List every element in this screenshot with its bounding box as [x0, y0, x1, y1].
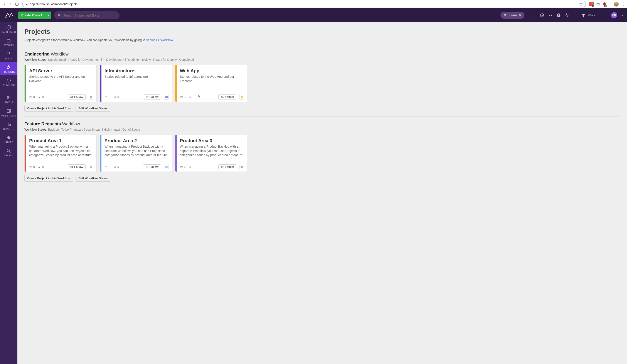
- create-dropdown-caret[interactable]: ▾: [45, 11, 51, 19]
- sidebar-item-labels[interactable]: LABELS: [0, 132, 17, 146]
- eye-icon: [145, 96, 149, 99]
- svg-point-18: [71, 166, 72, 167]
- card-footer: 00Follow: [104, 164, 169, 169]
- project-description: When managing a Product Backlog with a s…: [180, 145, 244, 162]
- user-menu-caret[interactable]: ▾: [622, 13, 623, 17]
- svg-point-6: [8, 66, 9, 67]
- doc-icon: [180, 165, 183, 168]
- extension-icons: ⋯1 48: [589, 2, 625, 6]
- sidebar-item-reports[interactable]: REPORTS: [0, 119, 17, 132]
- project-title: Infrastructure: [104, 68, 169, 73]
- sidebar-item-iterations[interactable]: ITERATIONS: [0, 75, 17, 89]
- follow-button[interactable]: Follow: [68, 95, 86, 100]
- color-chip[interactable]: [89, 165, 93, 169]
- project-title: API Server: [29, 68, 93, 73]
- svg-rect-19: [105, 166, 107, 168]
- color-chip[interactable]: [164, 165, 169, 169]
- help-icon[interactable]: ?: [556, 13, 561, 17]
- star-icon[interactable]: [579, 2, 583, 6]
- create-project-workflow-button[interactable]: Create Project in this Workflow: [24, 105, 73, 112]
- card-stripe: [25, 135, 26, 172]
- page-title: Projects: [24, 28, 620, 35]
- project-card[interactable]: InfrastructureStories related to Infrast…: [100, 65, 172, 102]
- create-project-button[interactable]: Create Project ▾: [18, 11, 51, 19]
- points-count: 0: [113, 95, 119, 99]
- project-title: Web App: [180, 68, 244, 73]
- svg-point-7: [7, 96, 9, 98]
- svg-point-11: [71, 97, 72, 98]
- megaphone-icon[interactable]: [548, 13, 553, 17]
- follow-button[interactable]: Follow: [143, 164, 161, 169]
- svg-point-20: [147, 166, 147, 167]
- search-box[interactable]: [54, 11, 119, 19]
- flag-icon: [6, 51, 11, 57]
- main-content: Projects Projects categorize Stories wit…: [17, 22, 627, 364]
- project-description: When managing a Product Backlog with a s…: [29, 145, 93, 162]
- card-stripe: [100, 135, 102, 172]
- project-card[interactable]: Web AppStories related to the Web App an…: [175, 65, 247, 102]
- project-card[interactable]: API ServerStories related to the API Ser…: [24, 65, 97, 102]
- signal-icon: [189, 165, 192, 168]
- doc-icon: [104, 165, 107, 168]
- doc-icon: [29, 165, 32, 168]
- project-card[interactable]: Product Area 3When managing a Product Ba…: [175, 135, 247, 172]
- color-chip[interactable]: [239, 165, 244, 169]
- back-button[interactable]: [2, 1, 8, 7]
- signal-icon: [113, 96, 116, 99]
- edit-workflow-states-button[interactable]: Edit Workflow States: [76, 105, 110, 112]
- app-logo[interactable]: [4, 12, 15, 18]
- user-avatar[interactable]: EH: [611, 12, 617, 18]
- history-icon[interactable]: [540, 13, 544, 17]
- header-icons: ?: [540, 13, 569, 17]
- sidebar-item-search[interactable]: SEARCH: [0, 146, 17, 159]
- sidebar-item-status[interactable]: STATUS: [0, 93, 17, 106]
- settings-workflow-link[interactable]: Settings > Workflow: [146, 38, 173, 42]
- sidebar-item-epics[interactable]: EPICS: [0, 49, 17, 62]
- workflow-section: Engineering WorkflowWorkflow States: Uns…: [24, 52, 620, 112]
- eye-icon: [145, 165, 149, 168]
- follow-button[interactable]: Follow: [218, 95, 236, 100]
- project-description: Stories related to the Web App and our F…: [180, 75, 244, 92]
- doc-icon: [180, 96, 183, 99]
- color-chip[interactable]: [164, 95, 169, 100]
- sidebar-collapse[interactable]: ▴: [0, 89, 17, 93]
- shield-icon[interactable]: 48: [602, 2, 607, 6]
- browser-menu-icon[interactable]: [621, 2, 625, 6]
- profile-avatar[interactable]: [614, 2, 619, 6]
- search-input[interactable]: [63, 13, 116, 17]
- url-text: app.clubhouse.io/jiracoach/projects: [30, 2, 579, 6]
- create-project-workflow-button[interactable]: Create Project in this Workflow: [24, 175, 73, 182]
- edit-workflow-states-button[interactable]: Edit Workflow States: [76, 175, 110, 182]
- search-icon: [58, 13, 61, 17]
- follow-button[interactable]: Follow: [143, 95, 161, 100]
- signal-icon: [113, 165, 116, 168]
- points-count: 0: [38, 165, 44, 168]
- stories-count: 0: [104, 165, 110, 168]
- forward-button[interactable]: [8, 1, 14, 7]
- camera-icon[interactable]: [596, 2, 600, 6]
- sidebar-item-stories[interactable]: STORIES: [0, 36, 17, 49]
- extension-1-icon[interactable]: ⋯1: [589, 2, 594, 6]
- color-chip[interactable]: [239, 95, 244, 100]
- card-footer: 00Follow: [29, 164, 93, 169]
- reload-button[interactable]: [14, 1, 20, 7]
- close-icon[interactable]: ✕: [519, 13, 522, 17]
- activity-icon[interactable]: [565, 13, 569, 17]
- card-stripe: [175, 65, 177, 102]
- gauge-icon: [6, 25, 11, 30]
- follow-button[interactable]: Follow: [218, 164, 236, 169]
- zoom-icon[interactable]: [197, 95, 201, 99]
- learn-button[interactable]: Learn ✕: [501, 12, 524, 19]
- sidebar-item-milestones[interactable]: MILESTONES: [0, 106, 17, 119]
- project-card[interactable]: Product Area 1When managing a Product Ba…: [24, 135, 97, 172]
- project-card[interactable]: Product Area 2When managing a Product Ba…: [100, 135, 172, 172]
- trophy-progress[interactable]: 80% ▾: [581, 13, 596, 17]
- address-bar[interactable]: app.clubhouse.io/jiracoach/projects: [22, 1, 586, 7]
- sidebar-item-projects[interactable]: PROJECTS: [0, 62, 17, 75]
- doc-icon: [29, 96, 32, 99]
- follow-button[interactable]: Follow: [68, 164, 86, 169]
- stories-count: 0: [180, 165, 186, 168]
- workflow-states: Workflow States: Backlog | To be Priorit…: [24, 128, 620, 131]
- color-chip[interactable]: [89, 95, 93, 100]
- sidebar-item-dashboard[interactable]: DASHBOARD: [0, 22, 17, 36]
